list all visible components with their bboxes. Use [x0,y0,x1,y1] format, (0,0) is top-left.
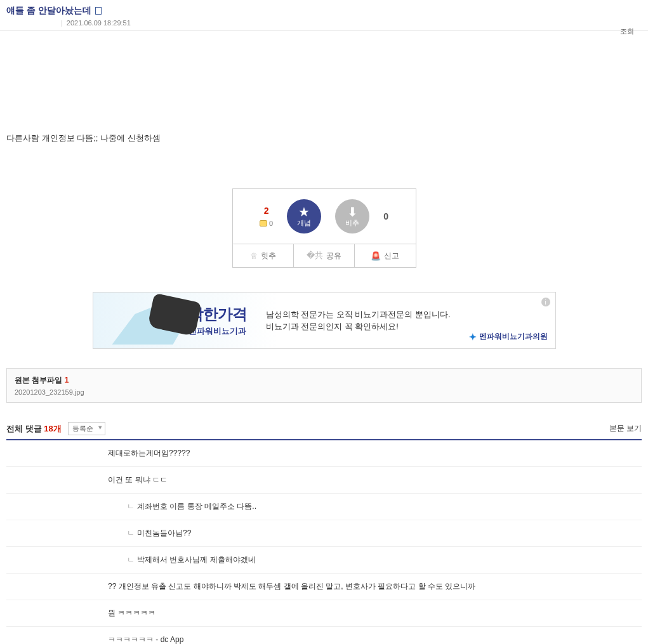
star-icon: ★ [298,206,310,218]
hit-label: 힛추 [261,251,276,261]
comment-text: 박제해서 변호사님께 제출해야겠네 [137,555,256,564]
vote-panel: 2 0 ★ 개념 ⬇ 비추 0 ♕ 힛추 �共 공유 🚨 신고 [232,188,416,268]
ad-subline: 멘파워비뇨기과 [188,325,247,337]
views-label: 조회 [620,27,634,36]
share-label: 공유 [326,251,341,261]
report-button[interactable]: 🚨 신고 [355,244,415,267]
sort-select[interactable]: 등록순 [68,422,105,435]
hit-button[interactable]: ♕ 힛추 [233,244,294,267]
share-icon: �共 [307,250,323,261]
attach-file[interactable]: 20201203_232159.jpg [15,388,633,396]
share-button[interactable]: �共 공유 [294,244,355,267]
ad-info-icon[interactable]: i [541,298,550,306]
comment-item: 뭔 ㅋㅋㅋㅋㅋ [6,600,642,627]
ad-desc-line1: 남성의학 전문가는 오직 비뇨기과전문의 뿐입니다. [266,308,451,321]
mobile-icon [95,7,102,15]
coin-count: 0 [269,220,273,227]
body-view-link[interactable]: 본문 보기 [609,423,642,434]
ad-logo-icon: ✦ [469,332,477,342]
comment-item: 제대로하는게머임????? [6,440,642,467]
ad-banner[interactable]: i 착한가격 멘파워비뇨기과 남성의학 전문가는 오직 비뇨기과전문의 뿐입니다… [93,292,556,349]
reply-indent-icon: ㄴ [127,555,135,564]
ad-logo-text: 멘파워비뇨기과의원 [479,331,548,342]
arrow-down-icon: ⬇ [347,206,358,218]
coin-icon [260,220,267,227]
downvote-count: 0 [383,211,388,221]
comments-count: 18개 [44,424,61,433]
ad-description: 남성의학 전문가는 오직 비뇨기과전문의 뿐입니다. 비뇨기과 전문의인지 꼭 … [266,308,451,333]
comment-list: 제대로하는게머임?????이건 또 뭐냐 ㄷㄷㄴ계좌번호 이름 통장 메일주소 … [6,440,642,644]
comment-text: 제대로하는게머임????? [108,449,190,457]
ad-desc-line2: 비뇨기과 전문의인지 꼭 확인하세요! [266,320,451,333]
reply-indent-icon: ㄴ [127,529,135,537]
comment-item: ㄴ미친놈들아님?? [6,520,642,547]
post-meta: | 2021.06.09 18:29:51 [6,19,642,27]
comment-text: 미친놈들아님?? [137,529,191,537]
crown-icon: ♕ [250,251,258,261]
comments-header: 전체 댓글 18개 등록순 본문 보기 [6,422,642,440]
siren-icon: 🚨 [371,251,381,261]
report-label: 신고 [384,251,399,261]
attach-label: 원본 첨부파일 [15,376,62,384]
post-title: 얘들 좀 안달아놨는데 [6,5,91,16]
comment-item: ㅋㅋㅋㅋㅋㅋ - dc App [6,627,642,644]
comment-item: ㄴ계좌번호 이름 통장 메일주소 다뜸.. [6,494,642,520]
upvote-button[interactable]: ★ 개념 [287,199,321,233]
comment-item: ?? 개인정보 유출 신고도 해야하니까 박제도 해두셈 갤에 올리진 말고, … [6,574,642,600]
comment-text: ㅋㅋㅋㅋㅋㅋ - dc App [108,635,183,644]
post-header: 얘들 좀 안달아놨는데 | 2021.06.09 18:29:51 [0,0,648,31]
ad-logo: ✦ 멘파워비뇨기과의원 [469,331,548,342]
comment-text: 이건 또 뭐냐 ㄷㄷ [108,475,168,484]
post-body: 다른사람 개인정보 다뜸;; 나중에 신청하셈 [0,31,648,163]
comment-text: 계좌번호 이름 통장 메일주소 다뜸.. [137,502,256,511]
downvote-label: 비추 [345,218,359,228]
upvote-count: 2 [260,206,273,216]
comment-text: ?? 개인정보 유출 신고도 해야하니까 박제도 해두셈 갤에 올리진 말고, … [108,582,475,591]
attach-count: 1 [65,376,69,384]
ad-graphic [112,298,176,345]
post-timestamp: 2021.06.09 18:29:51 [67,19,131,27]
comment-text: 뭔 ㅋㅋㅋㅋㅋ [108,608,155,617]
comment-item: 이건 또 뭐냐 ㄷㄷ [6,467,642,494]
reply-indent-icon: ㄴ [127,502,135,511]
comments-label: 전체 댓글 [6,424,42,433]
attachment-box: 원본 첨부파일 1 20201203_232159.jpg [6,368,642,403]
upvote-label: 개념 [297,218,311,228]
downvote-button[interactable]: ⬇ 비추 [335,199,369,233]
comment-item: ㄴ박제해서 변호사님께 제출해야겠네 [6,547,642,574]
